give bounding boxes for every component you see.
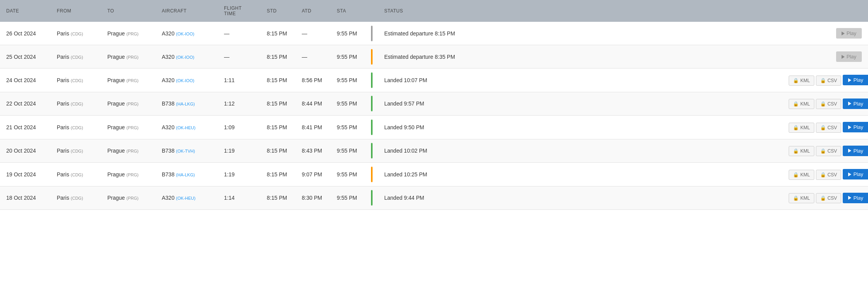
lock-icon: 🔒 xyxy=(793,125,799,130)
cell-flight-time: 1:11 xyxy=(218,69,261,92)
csv-button[interactable]: 🔒 CSV xyxy=(816,99,842,109)
cell-from: Paris (CDG) xyxy=(51,116,101,139)
play-icon xyxy=(842,32,845,35)
cell-to: Prague (PRG) xyxy=(101,139,156,163)
play-button[interactable]: Play xyxy=(843,75,868,85)
cell-to: Prague (PRG) xyxy=(101,92,156,116)
cell-sta: 9:55 PM xyxy=(331,22,366,45)
lock-icon: 🔒 xyxy=(820,148,826,154)
table-row: 24 Oct 2024Paris (CDG)Prague (PRG)A320 (… xyxy=(0,69,868,92)
cell-status-bar xyxy=(366,92,378,116)
cell-date: 22 Oct 2024 xyxy=(0,92,51,116)
cell-sta: 9:55 PM xyxy=(331,163,366,186)
play-button[interactable]: Play xyxy=(843,146,868,156)
csv-button[interactable]: 🔒 CSV xyxy=(816,146,842,156)
cell-to: Prague (PRG) xyxy=(101,186,156,210)
cell-status-text: Landed 10:02 PM xyxy=(378,139,782,163)
cell-atd: — xyxy=(296,45,331,69)
play-icon xyxy=(848,102,851,106)
kml-button[interactable]: 🔒 KML xyxy=(789,123,814,133)
col-header-date: DATE xyxy=(0,0,51,22)
cell-std: 8:15 PM xyxy=(261,45,296,69)
cell-from: Paris (CDG) xyxy=(51,22,101,45)
cell-sta: 9:55 PM xyxy=(331,116,366,139)
lock-icon: 🔒 xyxy=(820,172,826,178)
lock-icon: 🔒 xyxy=(820,195,826,201)
kml-button[interactable]: 🔒 KML xyxy=(789,146,814,156)
cell-status-text: Landed 10:07 PM xyxy=(378,69,782,92)
cell-date: 18 Oct 2024 xyxy=(0,186,51,210)
csv-button[interactable]: 🔒 CSV xyxy=(816,170,842,180)
cell-from: Paris (CDG) xyxy=(51,186,101,210)
cell-aircraft: A320 (OK-IOO) xyxy=(156,22,218,45)
cell-status-bar xyxy=(366,22,378,45)
table-row: 26 Oct 2024Paris (CDG)Prague (PRG)A320 (… xyxy=(0,22,868,45)
cell-date: 26 Oct 2024 xyxy=(0,22,51,45)
play-icon xyxy=(848,172,851,176)
csv-button[interactable]: 🔒 CSV xyxy=(816,123,842,133)
cell-flight-time: 1:12 xyxy=(218,92,261,116)
cell-atd: 8:30 PM xyxy=(296,186,331,210)
play-button[interactable]: Play xyxy=(843,193,868,203)
cell-atd: 8:56 PM xyxy=(296,69,331,92)
kml-button[interactable]: 🔒 KML xyxy=(789,193,814,203)
play-icon xyxy=(848,78,851,82)
cell-atd: 8:44 PM xyxy=(296,92,331,116)
kml-button[interactable]: 🔒 KML xyxy=(789,99,814,109)
cell-aircraft: B738 (OK-TVH) xyxy=(156,139,218,163)
play-button[interactable]: Play xyxy=(836,51,862,62)
cell-std: 8:15 PM xyxy=(261,69,296,92)
cell-std: 8:15 PM xyxy=(261,116,296,139)
cell-actions: 🔒 KML🔒 CSV Play xyxy=(782,92,868,116)
table-row: 19 Oct 2024Paris (CDG)Prague (PRG)B738 (… xyxy=(0,163,868,186)
cell-status-text: Landed 9:57 PM xyxy=(378,92,782,116)
cell-sta: 9:55 PM xyxy=(331,139,366,163)
cell-actions: 🔒 KML🔒 CSV Play xyxy=(782,139,868,163)
cell-actions: 🔒 KML🔒 CSV Play xyxy=(782,186,868,210)
cell-std: 8:15 PM xyxy=(261,22,296,45)
cell-date: 24 Oct 2024 xyxy=(0,69,51,92)
col-header-statusbar xyxy=(366,0,378,22)
play-button[interactable]: Play xyxy=(843,169,868,179)
cell-flight-time: 1:14 xyxy=(218,186,261,210)
cell-actions: 🔒 KML🔒 CSV Play xyxy=(782,116,868,139)
cell-aircraft: B738 (HA-LKG) xyxy=(156,92,218,116)
play-icon xyxy=(848,125,851,129)
cell-date: 20 Oct 2024 xyxy=(0,139,51,163)
play-button[interactable]: Play xyxy=(843,122,868,132)
cell-std: 8:15 PM xyxy=(261,163,296,186)
cell-actions: 🔒 KML🔒 CSV Play xyxy=(782,69,868,92)
cell-from: Paris (CDG) xyxy=(51,139,101,163)
lock-icon: 🔒 xyxy=(793,172,799,178)
cell-from: Paris (CDG) xyxy=(51,69,101,92)
col-header-aircraft: AIRCRAFT xyxy=(156,0,218,22)
col-header-std: STD xyxy=(261,0,296,22)
cell-status-bar xyxy=(366,186,378,210)
table-row: 22 Oct 2024Paris (CDG)Prague (PRG)B738 (… xyxy=(0,92,868,116)
play-button[interactable]: Play xyxy=(843,99,868,109)
lock-icon: 🔒 xyxy=(820,125,826,130)
play-icon xyxy=(848,149,851,153)
table-row: 20 Oct 2024Paris (CDG)Prague (PRG)B738 (… xyxy=(0,139,868,163)
lock-icon: 🔒 xyxy=(820,101,826,107)
cell-to: Prague (PRG) xyxy=(101,116,156,139)
kml-button[interactable]: 🔒 KML xyxy=(789,170,814,180)
csv-button[interactable]: 🔒 CSV xyxy=(816,76,842,86)
col-header-to: TO xyxy=(101,0,156,22)
play-button[interactable]: Play xyxy=(836,28,862,39)
cell-from: Paris (CDG) xyxy=(51,163,101,186)
cell-date: 25 Oct 2024 xyxy=(0,45,51,69)
lock-icon: 🔒 xyxy=(793,101,799,107)
cell-aircraft: B738 (HA-LKG) xyxy=(156,163,218,186)
cell-std: 8:15 PM xyxy=(261,92,296,116)
cell-actions: 🔒 KML🔒 CSV Play xyxy=(782,163,868,186)
col-header-from: FROM xyxy=(51,0,101,22)
table-row: 18 Oct 2024Paris (CDG)Prague (PRG)A320 (… xyxy=(0,186,868,210)
cell-status-bar xyxy=(366,45,378,69)
csv-button[interactable]: 🔒 CSV xyxy=(816,193,842,203)
cell-aircraft: A320 (OK-HEU) xyxy=(156,186,218,210)
cell-aircraft: A320 (OK-HEU) xyxy=(156,116,218,139)
cell-status-text: Landed 9:50 PM xyxy=(378,116,782,139)
col-header-status: STATUS xyxy=(378,0,782,22)
kml-button[interactable]: 🔒 KML xyxy=(789,76,814,86)
